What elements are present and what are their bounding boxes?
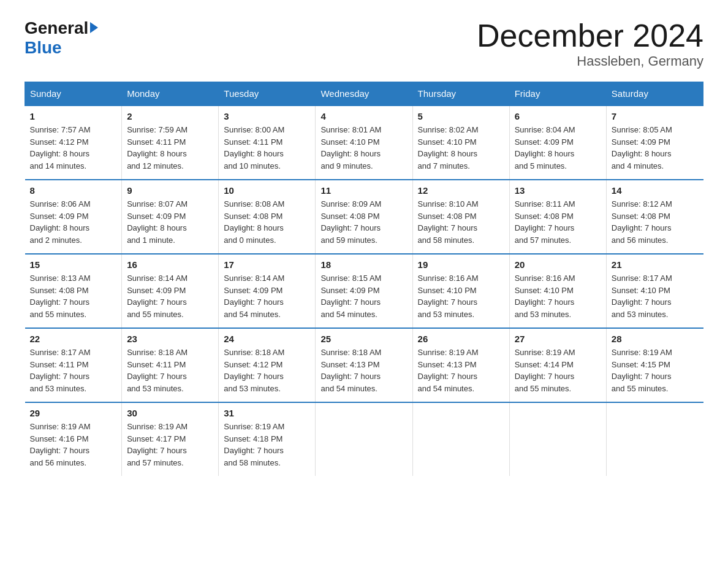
day-info: Sunrise: 8:12 AM Sunset: 4:08 PM Dayligh… — [612, 198, 699, 246]
day-info: Sunrise: 8:13 AM Sunset: 4:08 PM Dayligh… — [30, 272, 117, 320]
calendar-cell — [509, 402, 606, 476]
calendar-cell: 4 Sunrise: 8:01 AM Sunset: 4:10 PM Dayli… — [316, 105, 412, 180]
day-number: 5 — [418, 111, 504, 121]
calendar-cell: 15 Sunrise: 8:13 AM Sunset: 4:08 PM Dayl… — [25, 254, 122, 328]
calendar-cell: 6 Sunrise: 8:04 AM Sunset: 4:09 PM Dayli… — [509, 105, 606, 180]
header-friday: Friday — [509, 82, 606, 106]
day-info: Sunrise: 8:19 AM Sunset: 4:17 PM Dayligh… — [127, 421, 213, 469]
day-info: Sunrise: 8:19 AM Sunset: 4:16 PM Dayligh… — [30, 421, 117, 469]
calendar-cell: 24 Sunrise: 8:18 AM Sunset: 4:12 PM Dayl… — [219, 328, 316, 402]
day-number: 20 — [515, 259, 601, 270]
calendar-cell: 7 Sunrise: 8:05 AM Sunset: 4:09 PM Dayli… — [606, 105, 703, 180]
day-info: Sunrise: 8:17 AM Sunset: 4:10 PM Dayligh… — [612, 272, 699, 320]
day-number: 24 — [224, 334, 310, 344]
day-number: 9 — [127, 185, 213, 196]
day-info: Sunrise: 8:11 AM Sunset: 4:08 PM Dayligh… — [515, 198, 601, 246]
calendar-cell: 22 Sunrise: 8:17 AM Sunset: 4:11 PM Dayl… — [25, 328, 122, 402]
day-number: 23 — [127, 334, 213, 344]
calendar-cell: 9 Sunrise: 8:07 AM Sunset: 4:09 PM Dayli… — [122, 180, 219, 254]
day-info: Sunrise: 7:57 AM Sunset: 4:12 PM Dayligh… — [30, 124, 117, 172]
header-thursday: Thursday — [412, 82, 509, 106]
day-info: Sunrise: 8:04 AM Sunset: 4:09 PM Dayligh… — [515, 124, 601, 172]
calendar-cell: 29 Sunrise: 8:19 AM Sunset: 4:16 PM Dayl… — [25, 402, 122, 476]
day-number: 6 — [515, 111, 601, 121]
header-monday: Monday — [122, 82, 219, 106]
day-number: 30 — [127, 408, 213, 418]
calendar-cell: 26 Sunrise: 8:19 AM Sunset: 4:13 PM Dayl… — [412, 328, 509, 402]
calendar-cell: 20 Sunrise: 8:16 AM Sunset: 4:10 PM Dayl… — [509, 254, 606, 328]
day-number: 15 — [30, 259, 117, 270]
page-header: General Blue December 2024 Hassleben, Ge… — [25, 18, 703, 69]
day-info: Sunrise: 8:17 AM Sunset: 4:11 PM Dayligh… — [30, 347, 117, 394]
day-info: Sunrise: 8:02 AM Sunset: 4:10 PM Dayligh… — [418, 124, 504, 172]
day-number: 10 — [224, 185, 310, 196]
day-number: 19 — [418, 259, 504, 270]
day-number: 26 — [418, 334, 504, 344]
day-number: 29 — [30, 408, 117, 418]
day-info: Sunrise: 8:19 AM Sunset: 4:15 PM Dayligh… — [612, 347, 699, 394]
title-block: December 2024 Hassleben, Germany — [477, 18, 703, 69]
day-number: 16 — [127, 259, 213, 270]
logo-arrow-icon — [90, 22, 98, 33]
calendar-cell: 5 Sunrise: 8:02 AM Sunset: 4:10 PM Dayli… — [412, 105, 509, 180]
day-info: Sunrise: 8:00 AM Sunset: 4:11 PM Dayligh… — [224, 124, 310, 172]
calendar-week-row: 1 Sunrise: 7:57 AM Sunset: 4:12 PM Dayli… — [25, 105, 703, 180]
day-info: Sunrise: 8:07 AM Sunset: 4:09 PM Dayligh… — [127, 198, 213, 246]
calendar-week-row: 22 Sunrise: 8:17 AM Sunset: 4:11 PM Dayl… — [25, 328, 703, 402]
calendar-cell: 30 Sunrise: 8:19 AM Sunset: 4:17 PM Dayl… — [122, 402, 219, 476]
day-number: 25 — [320, 334, 407, 344]
calendar-cell — [316, 402, 412, 476]
day-info: Sunrise: 8:19 AM Sunset: 4:14 PM Dayligh… — [515, 347, 601, 394]
calendar-cell: 18 Sunrise: 8:15 AM Sunset: 4:09 PM Dayl… — [316, 254, 412, 328]
calendar-cell: 17 Sunrise: 8:14 AM Sunset: 4:09 PM Dayl… — [219, 254, 316, 328]
logo-general: General — [25, 18, 88, 38]
month-title: December 2024 — [477, 18, 703, 53]
calendar-cell: 8 Sunrise: 8:06 AM Sunset: 4:09 PM Dayli… — [25, 180, 122, 254]
header-saturday: Saturday — [606, 82, 703, 106]
logo-blue: Blue — [25, 38, 62, 58]
day-info: Sunrise: 8:10 AM Sunset: 4:08 PM Dayligh… — [418, 198, 504, 246]
day-number: 21 — [612, 259, 699, 270]
calendar-cell: 19 Sunrise: 8:16 AM Sunset: 4:10 PM Dayl… — [412, 254, 509, 328]
calendar-cell: 2 Sunrise: 7:59 AM Sunset: 4:11 PM Dayli… — [122, 105, 219, 180]
day-info: Sunrise: 8:16 AM Sunset: 4:10 PM Dayligh… — [515, 272, 601, 320]
calendar-cell: 23 Sunrise: 8:18 AM Sunset: 4:11 PM Dayl… — [122, 328, 219, 402]
day-number: 7 — [612, 111, 699, 121]
header-tuesday: Tuesday — [219, 82, 316, 106]
day-info: Sunrise: 8:18 AM Sunset: 4:13 PM Dayligh… — [320, 347, 407, 394]
calendar-cell: 28 Sunrise: 8:19 AM Sunset: 4:15 PM Dayl… — [606, 328, 703, 402]
calendar-week-row: 29 Sunrise: 8:19 AM Sunset: 4:16 PM Dayl… — [25, 402, 703, 476]
day-info: Sunrise: 8:19 AM Sunset: 4:13 PM Dayligh… — [418, 347, 504, 394]
calendar-cell: 11 Sunrise: 8:09 AM Sunset: 4:08 PM Dayl… — [316, 180, 412, 254]
day-number: 18 — [320, 259, 407, 270]
day-number: 31 — [224, 408, 310, 418]
calendar-cell: 13 Sunrise: 8:11 AM Sunset: 4:08 PM Dayl… — [509, 180, 606, 254]
header-sunday: Sunday — [25, 82, 122, 106]
day-info: Sunrise: 8:16 AM Sunset: 4:10 PM Dayligh… — [418, 272, 504, 320]
day-number: 8 — [30, 185, 117, 196]
calendar-week-row: 8 Sunrise: 8:06 AM Sunset: 4:09 PM Dayli… — [25, 180, 703, 254]
calendar-cell: 10 Sunrise: 8:08 AM Sunset: 4:08 PM Dayl… — [219, 180, 316, 254]
day-number: 22 — [30, 334, 117, 344]
day-number: 11 — [320, 185, 407, 196]
calendar-cell: 14 Sunrise: 8:12 AM Sunset: 4:08 PM Dayl… — [606, 180, 703, 254]
calendar-cell: 12 Sunrise: 8:10 AM Sunset: 4:08 PM Dayl… — [412, 180, 509, 254]
day-number: 2 — [127, 111, 213, 121]
calendar-header-row: SundayMondayTuesdayWednesdayThursdayFrid… — [25, 82, 703, 106]
day-info: Sunrise: 7:59 AM Sunset: 4:11 PM Dayligh… — [127, 124, 213, 172]
location-title: Hassleben, Germany — [477, 53, 703, 69]
day-info: Sunrise: 8:18 AM Sunset: 4:12 PM Dayligh… — [224, 347, 310, 394]
calendar-table: SundayMondayTuesdayWednesdayThursdayFrid… — [25, 82, 703, 476]
calendar-cell: 1 Sunrise: 7:57 AM Sunset: 4:12 PM Dayli… — [25, 105, 122, 180]
day-info: Sunrise: 8:18 AM Sunset: 4:11 PM Dayligh… — [127, 347, 213, 394]
calendar-week-row: 15 Sunrise: 8:13 AM Sunset: 4:08 PM Dayl… — [25, 254, 703, 328]
header-wednesday: Wednesday — [316, 82, 412, 106]
day-info: Sunrise: 8:15 AM Sunset: 4:09 PM Dayligh… — [320, 272, 407, 320]
day-number: 28 — [612, 334, 699, 344]
day-number: 1 — [30, 111, 117, 121]
day-number: 14 — [612, 185, 699, 196]
calendar-cell — [412, 402, 509, 476]
calendar-cell: 25 Sunrise: 8:18 AM Sunset: 4:13 PM Dayl… — [316, 328, 412, 402]
day-info: Sunrise: 8:05 AM Sunset: 4:09 PM Dayligh… — [612, 124, 699, 172]
calendar-cell: 16 Sunrise: 8:14 AM Sunset: 4:09 PM Dayl… — [122, 254, 219, 328]
